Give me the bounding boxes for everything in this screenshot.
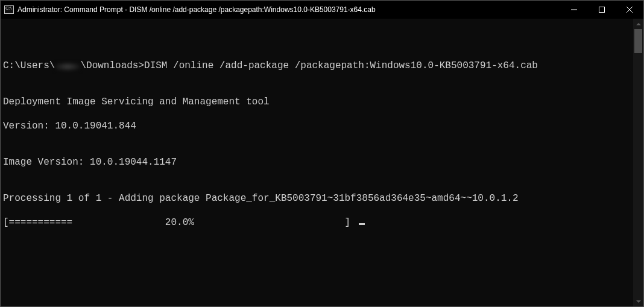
command-text: DISM /online /add-package /packagepath:W… <box>144 60 538 71</box>
titlebar[interactable]: C:\ Administrator: Command Prompt - DISM… <box>1 1 643 19</box>
maximize-button[interactable] <box>588 1 616 19</box>
window-title: Administrator: Command Prompt - DISM /on… <box>17 5 380 14</box>
client-area: C:\Users\\Downloads>DISM /online /add-pa… <box>1 19 643 306</box>
scrollbar-track[interactable] <box>633 29 643 296</box>
maximize-icon <box>599 7 605 13</box>
progress-line: [=========== 20.0% ] <box>3 217 631 229</box>
prompt-suffix: \Downloads> <box>80 60 144 71</box>
app-icon: C:\ <box>1 1 17 19</box>
progress-bar-text: [=========== 20.0% ] <box>3 217 356 228</box>
processing-line: Processing 1 of 1 - Adding package Packa… <box>3 192 631 204</box>
terminal-output[interactable]: C:\Users\\Downloads>DISM /online /add-pa… <box>1 19 633 306</box>
tool-name-line: Deployment Image Servicing and Managemen… <box>3 96 631 108</box>
tool-version-line: Version: 10.0.19041.844 <box>3 120 631 132</box>
text-cursor <box>359 223 365 225</box>
minimize-button[interactable] <box>560 1 588 19</box>
command-prompt-window: C:\ Administrator: Command Prompt - DISM… <box>0 0 644 307</box>
scroll-up-button[interactable] <box>633 19 643 29</box>
blank-line <box>3 36 631 48</box>
cmd-icon: C:\ <box>4 5 14 14</box>
redacted-username <box>55 62 80 71</box>
chevron-up-icon <box>636 23 641 25</box>
image-version-line: Image Version: 10.0.19044.1147 <box>3 156 631 168</box>
minimize-icon <box>571 7 577 13</box>
prompt-prefix: C:\Users\ <box>3 60 55 71</box>
close-button[interactable] <box>616 1 643 19</box>
chevron-down-icon <box>636 300 641 303</box>
close-icon <box>627 7 633 13</box>
svg-rect-0 <box>599 7 605 13</box>
window-controls <box>560 1 643 19</box>
scroll-down-button[interactable] <box>633 296 643 306</box>
vertical-scrollbar[interactable] <box>633 19 643 306</box>
prompt-line: C:\Users\\Downloads>DISM /online /add-pa… <box>3 60 631 72</box>
scrollbar-thumb[interactable] <box>634 29 642 53</box>
